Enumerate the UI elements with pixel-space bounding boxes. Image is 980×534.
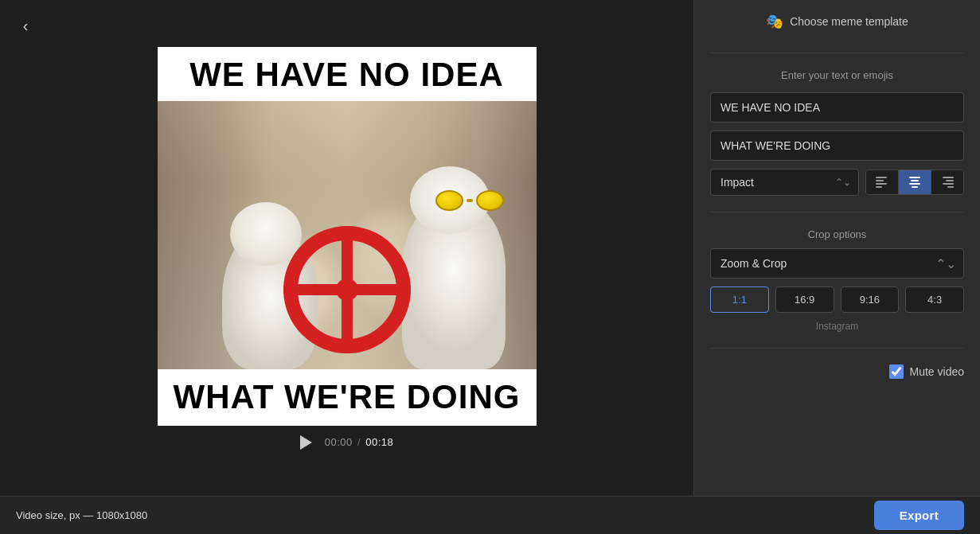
font-select-wrap: Impact Arial Times New Roman Comic Sans …: [710, 169, 859, 196]
meme-top-text: WE HAVE NO IDEA: [158, 47, 537, 101]
svg-rect-8: [943, 177, 954, 178]
svg-rect-11: [947, 186, 954, 188]
time-display: 00:00 / 00:18: [325, 436, 393, 448]
time-separator: /: [354, 436, 364, 448]
back-icon: ‹: [23, 17, 29, 35]
mute-label[interactable]: Mute video: [910, 365, 964, 378]
align-left-button[interactable]: [866, 170, 899, 194]
crop-section: Crop options Zoom & Crop Fit Stretch ⌃⌄ …: [710, 228, 964, 332]
align-buttons: [865, 170, 964, 195]
meme-template-icon: 🎭: [766, 13, 783, 30]
divider-2: [710, 212, 964, 212]
crop-mode-select[interactable]: Zoom & Crop Fit Stretch: [710, 248, 964, 279]
svg-rect-2: [876, 183, 887, 185]
goggle-left: [435, 190, 463, 211]
svg-rect-1: [876, 180, 884, 181]
align-center-button[interactable]: [899, 170, 931, 194]
left-panel: ‹ WE HAVE NO IDEA: [0, 0, 693, 496]
ratio-16-9-button[interactable]: 16:9: [775, 286, 834, 313]
meme-preview: WE HAVE NO IDEA: [158, 47, 537, 426]
canvas-area: WE HAVE NO IDEA: [158, 47, 537, 450]
text-inputs-section: Enter your text or emojis Impact Arial T…: [710, 69, 964, 196]
svg-rect-0: [876, 177, 887, 178]
time-current: 00:00: [325, 436, 353, 448]
svg-rect-7: [912, 186, 918, 188]
align-right-icon: [941, 177, 954, 188]
goggle-bridge: [467, 199, 473, 202]
instagram-label: Instagram: [710, 321, 964, 332]
play-icon: [300, 435, 312, 450]
meme-text-input-2[interactable]: [710, 131, 964, 161]
meme-image-area: [158, 101, 537, 370]
dog-scene: [158, 101, 537, 370]
align-right-button[interactable]: [931, 170, 963, 194]
svg-rect-10: [943, 183, 954, 185]
font-select[interactable]: Impact Arial Times New Roman Comic Sans …: [710, 169, 859, 196]
align-left-icon: [876, 177, 888, 188]
steering-wheel: [283, 226, 411, 353]
template-title: Choose meme template: [790, 15, 908, 28]
back-button[interactable]: ‹: [13, 13, 38, 38]
meme-bottom-text: WHAT WE'RE DOING: [158, 369, 537, 425]
goggle-right: [476, 190, 504, 211]
goggles: [435, 189, 504, 212]
main-layout: ‹ WE HAVE NO IDEA: [0, 0, 980, 496]
section-label: Enter your text or emojis: [710, 69, 964, 81]
ratio-4-3-button[interactable]: 4:3: [905, 286, 964, 313]
svg-rect-6: [909, 183, 920, 185]
video-size-info: Video size, px — 1080x1080: [16, 509, 147, 521]
mute-checkbox[interactable]: [889, 364, 904, 379]
svg-rect-4: [909, 177, 920, 178]
svg-rect-5: [911, 180, 919, 181]
time-total: 00:18: [365, 436, 393, 448]
export-button[interactable]: Export: [874, 501, 964, 530]
align-center-icon: [908, 177, 921, 188]
play-button[interactable]: [300, 435, 312, 450]
meme-text-input-1[interactable]: [710, 92, 964, 123]
divider-1: [710, 53, 964, 53]
svg-rect-3: [876, 186, 882, 188]
wheel-center: [336, 279, 358, 301]
mute-row: Mute video: [710, 364, 964, 379]
divider-3: [710, 348, 964, 349]
svg-rect-9: [946, 180, 954, 181]
dog-right-head: [410, 166, 490, 234]
ratio-9-16-button[interactable]: 9:16: [841, 286, 900, 313]
video-controls: 00:00 / 00:18: [300, 435, 393, 450]
template-header: 🎭 Choose meme template: [710, 13, 964, 37]
size-value: 1080x1080: [96, 509, 147, 521]
crop-select-wrap: Zoom & Crop Fit Stretch ⌃⌄: [710, 248, 964, 279]
font-row: Impact Arial Times New Roman Comic Sans …: [710, 169, 964, 196]
right-panel: 🎭 Choose meme template Enter your text o…: [693, 0, 980, 496]
crop-label: Crop options: [710, 228, 964, 240]
ratio-1-1-button[interactable]: 1:1: [710, 286, 769, 313]
bottom-bar: Video size, px — 1080x1080 Export: [0, 496, 980, 534]
aspect-ratio-buttons: 1:1 16:9 9:16 4:3: [710, 286, 964, 313]
size-prefix: Video size, px —: [16, 509, 93, 521]
